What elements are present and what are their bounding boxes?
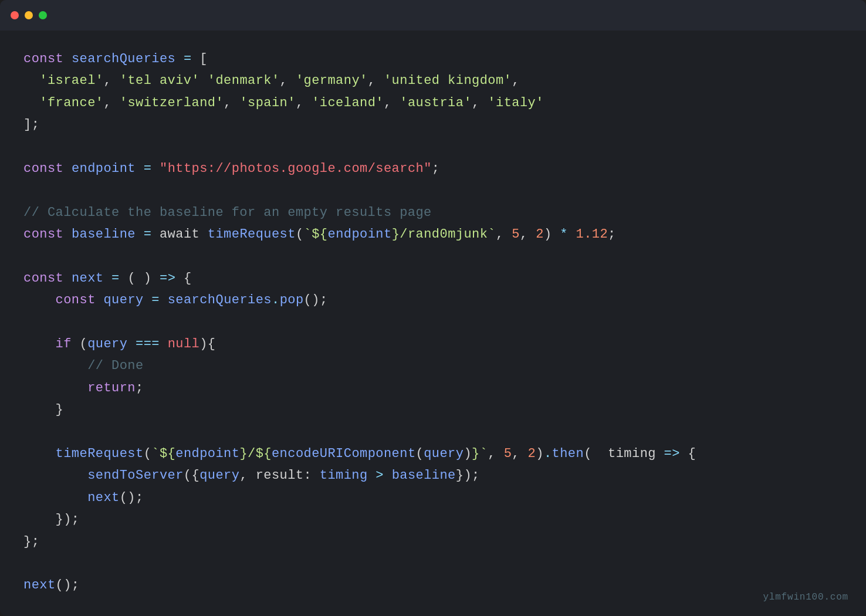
code-line-6: const endpoint = "https://photos.google.…	[23, 158, 843, 180]
close-button[interactable]	[11, 11, 19, 19]
code-line-23: };	[23, 531, 843, 553]
code-line-22: });	[23, 509, 843, 530]
code-line-7	[23, 180, 843, 201]
code-line-5	[23, 136, 843, 158]
code-line-3: 'france', 'switzerland', 'spain', 'icela…	[23, 92, 843, 114]
minimize-button[interactable]	[25, 11, 33, 19]
code-line-20: sendToServer({query, result: timing > ba…	[23, 465, 843, 486]
code-line-15: // Done	[23, 355, 843, 377]
code-line-9: const baseline = await timeRequest(`${en…	[23, 224, 843, 245]
code-line-18	[23, 421, 843, 443]
code-line-11: const next = ( ) => {	[23, 268, 843, 289]
code-line-14: if (query === null){	[23, 333, 843, 355]
code-line-19: timeRequest(`${endpoint}/${encodeURIComp…	[23, 443, 843, 465]
code-line-4: ];	[23, 114, 843, 136]
code-line-8: // Calculate the baseline for an empty r…	[23, 202, 843, 224]
code-line-24	[23, 553, 843, 574]
watermark: ylmfwin100.com	[763, 590, 848, 605]
code-line-17: }	[23, 399, 843, 421]
code-area: const searchQueries = [ 'israel', 'tel a…	[0, 31, 866, 616]
code-line-1: const searchQueries = [	[23, 48, 843, 70]
window: const searchQueries = [ 'israel', 'tel a…	[0, 0, 866, 616]
titlebar	[0, 0, 866, 31]
code-line-16: return;	[23, 377, 843, 399]
maximize-button[interactable]	[39, 11, 47, 19]
code-line-10	[23, 246, 843, 268]
code-line-13	[23, 312, 843, 333]
code-line-12: const query = searchQueries.pop();	[23, 289, 843, 311]
code-line-25: next();	[23, 574, 843, 596]
code-line-21: next();	[23, 487, 843, 509]
code-line-2: 'israel', 'tel aviv' 'denmark', 'germany…	[23, 70, 843, 92]
